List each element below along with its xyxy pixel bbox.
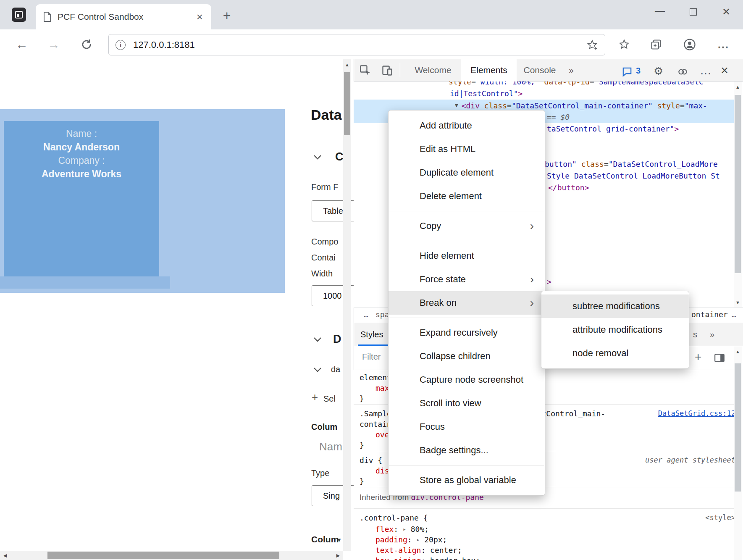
code-line[interactable]: button" class="DataSetControl_LoadMore (545, 158, 718, 170)
menu-item-capture-node-screenshot[interactable]: Capture node screenshot (389, 368, 545, 392)
submenu-item-node-removal[interactable]: node removal (541, 342, 689, 365)
component-label: Compo (311, 237, 338, 247)
tab-fragment[interactable]: s (693, 323, 697, 346)
device-toolbar-icon[interactable] (381, 65, 393, 76)
window-maximize-button[interactable] (681, 3, 705, 20)
menu-item-focus[interactable]: Focus (389, 415, 545, 439)
overlapping-circles-icon[interactable] (677, 66, 688, 77)
code-line[interactable]: id|TestControl"> (450, 88, 522, 100)
browser-tab[interactable]: PCF Control Sandbox × (36, 4, 211, 29)
tab-actions-icon[interactable] (12, 8, 26, 22)
menu-item-store-as-global-variable[interactable]: Store as global variable (389, 468, 545, 492)
rule-divider (354, 508, 734, 509)
tab-welcome[interactable]: Welcome (406, 59, 460, 82)
tab-styles[interactable]: Styles (360, 323, 383, 346)
devtools-menu-icon[interactable]: … (700, 64, 712, 77)
refresh-icon (80, 38, 93, 51)
menu-item-copy[interactable]: Copy› (389, 214, 545, 238)
css-property-line[interactable]: padding: ▸ 20px; (375, 534, 734, 545)
stylesheet-source-link[interactable]: DataSetGrid.css:12 (658, 408, 734, 419)
more-tabs-icon[interactable]: » (564, 59, 579, 82)
scroll-up-icon[interactable]: ▲ (734, 82, 742, 92)
menu-item-break-on[interactable]: Break on› (389, 291, 545, 315)
chevron-down-icon[interactable] (313, 155, 322, 160)
settings-gear-icon[interactable]: ⚙ (654, 65, 663, 78)
scroll-left-icon[interactable]: ◀ (0, 551, 10, 560)
css-selector-line[interactable]: <style>.control-pane { (360, 513, 734, 523)
forward-button[interactable]: → (45, 35, 63, 54)
menu-separator (389, 318, 544, 318)
sidebar-more-tabs-icon[interactable]: » (710, 323, 714, 346)
menu-item-duplicate-element[interactable]: Duplicate element (389, 161, 545, 184)
toggle-sidebar-icon[interactable] (714, 353, 725, 363)
code-line[interactable]: taSetControl_grid-container"> (547, 123, 679, 135)
scroll-up-icon[interactable]: ▲ (734, 346, 742, 357)
menu-item-expand-recursively[interactable]: Expand recursively (389, 321, 545, 344)
code-line[interactable]: > (547, 276, 551, 288)
code-line-selected[interactable]: ▼ <div class="DataSetControl_main-contai… (455, 100, 707, 111)
code-line[interactable]: </button> (548, 182, 589, 194)
form-factor-value: Table (323, 206, 343, 216)
window-close-button[interactable]: × (714, 3, 738, 20)
menu-item-collapse-children[interactable]: Collapse children (389, 344, 545, 368)
chevron-down-icon[interactable] (313, 337, 322, 343)
address-bar[interactable]: i 127.0.0.1:8181 (108, 34, 605, 55)
favorites-icon[interactable] (615, 35, 633, 54)
menu-item-label: Collapse children (420, 351, 491, 361)
submenu-item-attribute-modifications[interactable]: attribute modifications (541, 318, 689, 342)
code-line-selected-marker[interactable]: == $0 (547, 111, 570, 123)
chevron-down-icon[interactable] (313, 367, 322, 373)
maximize-icon (690, 8, 697, 16)
menu-item-badge-settings[interactable]: Badge settings... (389, 439, 545, 462)
url-text[interactable]: 127.0.0.1:8181 (133, 39, 586, 50)
collections-icon[interactable] (647, 35, 665, 54)
add-select-label[interactable]: Sel (323, 394, 336, 404)
page-horizontal-scrollbar-thumb[interactable] (47, 552, 279, 559)
scroll-down-icon[interactable]: ▼ (734, 297, 742, 308)
back-button[interactable]: ← (13, 35, 31, 54)
elements-scrollbar-thumb[interactable] (735, 95, 741, 273)
code-line[interactable]: Style DataSetControl_LoadMoreButton_St (547, 170, 720, 182)
tab-title: PCF Control Sandbox (58, 12, 195, 22)
new-tab-button[interactable]: + (218, 8, 235, 24)
browser-menu-icon[interactable]: … (714, 35, 732, 54)
menu-item-force-state[interactable]: Force state› (389, 268, 545, 291)
submenu-item-subtree-modifications[interactable]: subtree modifications (541, 294, 689, 318)
menu-item-label: attribute modifications (572, 324, 662, 335)
css-property-line[interactable]: flex: ▸ 80%; (375, 524, 734, 534)
width-label: Width (311, 269, 333, 279)
feedback-icon[interactable] (622, 66, 633, 77)
new-style-rule-icon[interactable]: + (695, 350, 701, 364)
menu-item-label: Force state (420, 274, 466, 284)
breadcrumb-item-selected[interactable]: ontainer (691, 310, 728, 319)
scroll-up-icon[interactable]: ▲ (343, 59, 351, 70)
refresh-button[interactable] (77, 35, 96, 54)
window-minimize-button[interactable]: — (648, 3, 672, 20)
breadcrumb-overflow[interactable]: … (364, 310, 368, 319)
menu-item-delete-element[interactable]: Delete element (389, 184, 545, 208)
styles-scrollbar-thumb[interactable] (735, 363, 741, 492)
menu-separator (389, 211, 544, 211)
section-config-header: C (335, 150, 344, 163)
add-icon[interactable]: + (312, 391, 318, 404)
scroll-right-icon[interactable]: ▶ (333, 551, 343, 560)
code-line[interactable]: style="width: 100%;" data-lp-id="SampleN… (449, 82, 704, 88)
menu-item-scroll-into-view[interactable]: Scroll into view (389, 392, 545, 415)
menu-item-edit-as-html[interactable]: Edit as HTML (389, 137, 545, 161)
dropdown-arrow-icon[interactable]: ▼ (336, 537, 342, 543)
menu-item-hide-element[interactable]: Hide element (389, 244, 545, 268)
inspect-element-icon[interactable] (360, 65, 371, 76)
tab-elements[interactable]: Elements (461, 59, 517, 82)
css-property-line[interactable]: box-sizing: border-box; (375, 555, 734, 560)
profile-avatar[interactable] (680, 35, 699, 54)
devtools-close-icon[interactable]: × (721, 63, 728, 78)
add-favorite-icon[interactable] (586, 39, 598, 51)
tab-console[interactable]: Console (517, 59, 563, 82)
css-property-line[interactable]: text-align: center; (375, 545, 734, 555)
site-info-icon[interactable]: i (116, 40, 126, 50)
breadcrumb-overflow-right[interactable]: … (732, 310, 736, 319)
tab-close-icon[interactable]: × (195, 4, 205, 29)
menu-item-add-attribute[interactable]: Add attribute (389, 114, 545, 137)
breadcrumb-item[interactable]: spa (375, 310, 389, 319)
page-vertical-scrollbar-thumb[interactable] (344, 72, 350, 135)
